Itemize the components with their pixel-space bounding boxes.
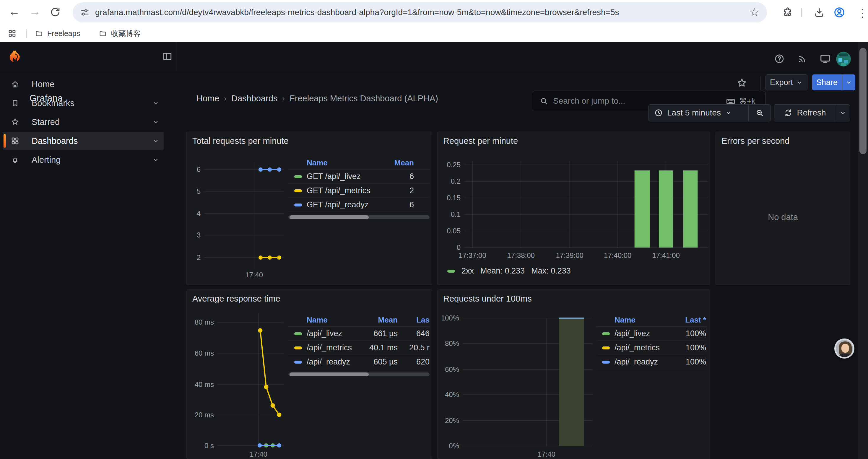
legend-row[interactable]: GET /api/_readyz 6 <box>288 198 430 212</box>
series-name[interactable]: /api/_metrics <box>615 343 674 352</box>
svg-text:0%: 0% <box>449 442 459 450</box>
legend-row[interactable]: /api/_metrics 40.1 ms 20.5 r <box>288 341 430 355</box>
page-scrollbar-thumb[interactable] <box>860 48 867 154</box>
zoom-out-button[interactable] <box>748 104 771 121</box>
sidebar-item-dashboards[interactable]: Dashboards <box>3 132 164 150</box>
series-name[interactable]: /api/_livez <box>307 329 356 338</box>
refresh-sync-icon <box>784 108 793 117</box>
browser-back-icon[interactable]: ← <box>8 5 20 18</box>
series-name[interactable]: /api/_readyz <box>307 357 356 366</box>
sidebar-item-bookmarks[interactable]: Bookmarks <box>3 94 164 112</box>
bookmark-star-icon[interactable]: ☆ <box>749 2 759 23</box>
request-per-minute-chart[interactable]: 0.250.20.150.10.05017:37:0017:38:0017:39… <box>442 159 709 263</box>
grafana-top-nav: Grafana Home › Dashboards › Freeleaps Me… <box>0 42 868 71</box>
share-menu-button[interactable] <box>842 74 855 90</box>
apps-grid-icon[interactable] <box>8 29 17 38</box>
grafana-logo-icon[interactable] <box>8 49 23 64</box>
extensions-icon[interactable] <box>782 7 793 18</box>
series-name[interactable]: GET /api/_readyz <box>307 200 384 209</box>
folder-icon <box>35 29 43 37</box>
sidebar-item-home[interactable]: Home <box>3 75 164 93</box>
series-name[interactable]: /api/_readyz <box>615 357 674 366</box>
share-button[interactable]: Share <box>812 74 842 90</box>
chevron-down-icon[interactable] <box>152 137 159 145</box>
panel-requests-under-100ms: Requests under 100ms 100%80%60%40%20%0%1… <box>437 290 710 459</box>
avatar-face <box>841 344 849 353</box>
legend-col-name[interactable]: Name <box>307 316 356 325</box>
browser-forward-icon[interactable]: → <box>29 5 41 18</box>
chevron-down-icon[interactable] <box>152 118 159 126</box>
series-name[interactable]: GET /api/_livez <box>307 172 384 181</box>
sidebar-item-starred[interactable]: Starred <box>3 113 164 131</box>
breadcrumb-home[interactable]: Home <box>196 94 219 103</box>
help-icon[interactable] <box>774 54 785 64</box>
search-icon <box>539 96 549 106</box>
legend-col-last[interactable]: Las <box>398 316 430 325</box>
legend-col-name[interactable]: Name <box>307 158 384 167</box>
legend-inline[interactable]: 2xx Mean: 0.233 Max: 0.233 <box>447 266 571 275</box>
kiosk-monitor-icon[interactable] <box>819 53 831 64</box>
bookmark-folder-freeleaps[interactable]: Freeleaps <box>35 25 80 42</box>
legend-col-mean[interactable]: Mean <box>356 316 398 325</box>
legend-col-name[interactable]: Name <box>615 316 674 325</box>
breadcrumb-dashboards[interactable]: Dashboards <box>231 94 277 103</box>
url-text[interactable]: grafana.mathmast.com/d/deytv4rwavabkb/fr… <box>95 2 619 23</box>
browser-menu-icon[interactable]: ⋮ <box>857 6 868 20</box>
chevron-down-icon <box>725 109 732 117</box>
refresh-interval-button[interactable] <box>836 104 850 121</box>
scrollbar-thumb[interactable] <box>289 215 369 219</box>
sidebar-item-alerting[interactable]: Alerting <box>3 151 164 169</box>
sidebar-item-label: Bookmarks <box>32 98 74 108</box>
panel-title[interactable]: Total requests per minute <box>192 136 289 146</box>
chevron-down-icon[interactable] <box>152 156 159 164</box>
scrollbar-thumb[interactable] <box>289 372 369 376</box>
panel-title[interactable]: Requests under 100ms <box>443 294 532 304</box>
bookmark-folder-blogs[interactable]: 收藏博客 <box>99 25 141 42</box>
legend-scrollbar[interactable] <box>288 372 430 376</box>
site-settings-icon[interactable] <box>80 7 90 18</box>
profile-icon[interactable] <box>833 6 845 19</box>
browser-reload-icon[interactable] <box>50 6 61 18</box>
assistant-avatar[interactable] <box>834 338 855 359</box>
chevron-down-icon[interactable] <box>152 99 159 107</box>
series-name[interactable]: /api/_metrics <box>307 343 356 352</box>
series-mean: 661 µs <box>356 329 398 338</box>
legend-row[interactable]: /api/_readyz 100% <box>596 355 706 369</box>
export-button[interactable]: Export <box>766 74 807 90</box>
svg-text:40 ms: 40 ms <box>195 381 214 388</box>
total-requests-chart[interactable]: 6543217:40 <box>191 160 286 284</box>
user-avatar[interactable] <box>836 52 851 66</box>
panel-title[interactable]: Errors per second <box>721 136 790 146</box>
requests-under-100ms-chart[interactable]: 100%80%60%40%20%0%17:40 <box>442 315 596 458</box>
legend-row[interactable]: /api/_readyz 605 µs 620 <box>288 355 430 369</box>
downloads-icon[interactable] <box>814 7 825 18</box>
time-range-picker[interactable]: Last 5 minutes <box>649 104 748 121</box>
panel-title[interactable]: Request per minute <box>443 136 518 146</box>
legend-col-mean[interactable]: Mean <box>384 158 414 167</box>
svg-text:60 ms: 60 ms <box>195 349 214 357</box>
bookmark-label: 收藏博客 <box>111 25 141 42</box>
panel-title[interactable]: Average response time <box>192 294 280 304</box>
clock-icon <box>654 108 663 117</box>
legend-row[interactable]: GET /api/_metrics 2 <box>288 184 430 198</box>
legend-row[interactable]: /api/_livez 100% <box>596 327 706 341</box>
svg-text:0.2: 0.2 <box>451 177 461 185</box>
series-name[interactable]: /api/_livez <box>615 329 674 338</box>
series-name[interactable]: GET /api/_metrics <box>307 186 384 195</box>
refresh-button[interactable]: Refresh <box>774 104 836 121</box>
news-rss-icon[interactable] <box>797 54 808 64</box>
avg-response-time-chart[interactable]: 80 ms60 ms40 ms20 ms0 s17:40 <box>191 310 286 458</box>
sidebar-toggle-icon[interactable] <box>162 51 173 62</box>
svg-text:17:41:00: 17:41:00 <box>652 251 680 259</box>
legend-row[interactable]: /api/_livez 661 µs 646 <box>288 327 430 341</box>
legend-scrollbar[interactable] <box>288 215 430 219</box>
svg-text:0.25: 0.25 <box>447 161 461 169</box>
legend-row[interactable]: /api/_metrics 100% <box>596 341 706 355</box>
favorite-star-icon[interactable] <box>736 77 747 89</box>
series-name[interactable]: 2xx <box>462 266 474 275</box>
series-last: 20.5 r <box>398 343 430 352</box>
series-last: 100% <box>674 357 706 366</box>
legend-row[interactable]: GET /api/_livez 6 <box>288 169 430 184</box>
bookmark-label: Freeleaps <box>47 25 80 42</box>
legend-col-last[interactable]: Last * <box>674 316 706 325</box>
